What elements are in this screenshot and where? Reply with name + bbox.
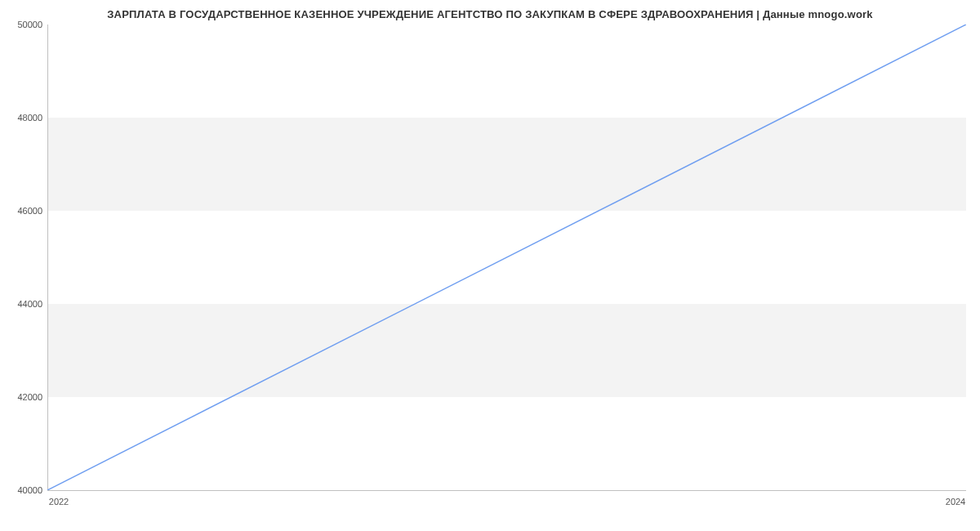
- y-tick-label: 48000: [17, 113, 42, 123]
- x-tick-label: 2024: [946, 497, 965, 506]
- y-tick-label: 44000: [17, 299, 42, 309]
- y-axis-line: [47, 25, 48, 490]
- y-tick-label: 42000: [17, 392, 42, 402]
- data-line: [47, 25, 966, 490]
- chart-title: ЗАРПЛАТА В ГОСУДАРСТВЕННОЕ КАЗЕННОЕ УЧРЕ…: [0, 0, 980, 20]
- chart-container: ЗАРПЛАТА В ГОСУДАРСТВЕННОЕ КАЗЕННОЕ УЧРЕ…: [0, 0, 980, 531]
- y-tick-label: 46000: [17, 206, 42, 216]
- x-tick-label: 2022: [49, 497, 69, 506]
- y-tick-label: 40000: [17, 485, 42, 495]
- grid-band: [47, 118, 966, 211]
- svg-line-0: [47, 25, 966, 490]
- x-axis-line: [47, 490, 966, 491]
- grid-band: [47, 304, 966, 397]
- y-tick-label: 50000: [17, 20, 42, 29]
- plot-area: [47, 25, 966, 490]
